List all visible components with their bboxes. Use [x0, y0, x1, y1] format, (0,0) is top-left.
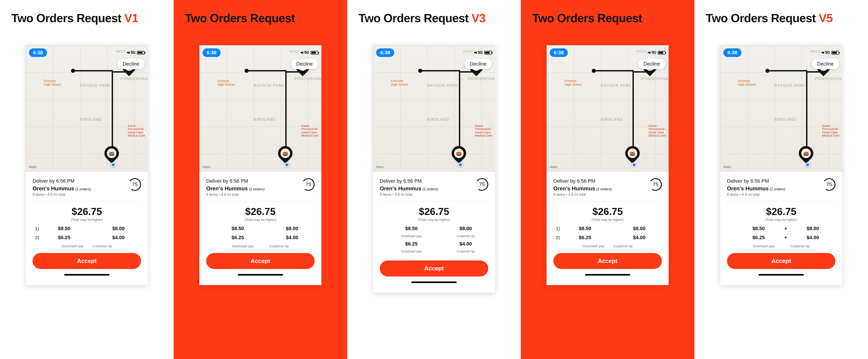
total-hint: (Total may be higher)	[553, 218, 662, 221]
title-base: Two Orders Request	[359, 11, 469, 25]
total-hint: (Total may be higher)	[33, 218, 141, 221]
items-distance-label: 8 items • 4.8 mi total	[206, 192, 315, 197]
map-neighborhood-label: PONDEROSA	[294, 77, 321, 81]
restaurant-line: Oren's Hummus (2 orders)	[380, 185, 488, 192]
status-bar: 6:38••ıı5G	[723, 49, 839, 57]
breakdown-sub-row: DoorDash payCustomer tip	[380, 249, 488, 253]
signal-icon: ••ıı	[648, 51, 650, 55]
map-neighborhood-label: BIRDLAND	[80, 118, 102, 122]
pickup-pin-icon: 👜	[622, 143, 643, 164]
deliver-by-label: Deliver by 6:56 PM	[33, 178, 141, 184]
map-neighborhood-label: BIRDLAND	[427, 118, 449, 122]
variant-title: Two Orders Request V1	[11, 11, 162, 25]
customer-tip-value: $8.00	[459, 226, 472, 232]
breakdown-legend: DoorDash payCustomer tip	[553, 244, 662, 248]
title-version: V5	[819, 11, 833, 25]
route-segment	[459, 71, 460, 150]
plus-separator: +	[784, 226, 787, 232]
total-amount: $26.75	[553, 206, 662, 217]
breakdown-row: 1)$8.50+$8.00	[380, 226, 488, 232]
accept-button[interactable]: Accept	[380, 261, 488, 276]
home-indicator	[758, 274, 804, 276]
decline-button[interactable]: Decline	[465, 59, 492, 69]
pay-label: DoorDash pay	[62, 244, 84, 248]
total-hint: (Total may be higher)	[380, 218, 488, 221]
route-segment	[285, 71, 287, 150]
decline-button[interactable]: Decline	[812, 59, 839, 69]
map-neighborhood-label: RAYNOR PARK	[601, 84, 631, 88]
map-view: 6:38••ıı5GDeclinenyvaleRAYNOR PARKBIRDLA…	[547, 45, 669, 172]
pay-label: DoorDash pay	[583, 244, 604, 248]
items-distance-label: 8 items • 4.8 mi total	[553, 192, 662, 197]
battery-icon	[484, 51, 492, 55]
restaurant-name: Oren's Hummus	[727, 185, 769, 191]
card-header: Deliver by 6:56 PMOren's Hummus (2 order…	[380, 178, 488, 202]
pickup-pin-icon: 👜	[449, 143, 469, 164]
bag-icon: 👜	[801, 149, 811, 158]
maps-logo: Maps	[29, 165, 37, 169]
signal-icon: ••ıı	[301, 51, 303, 55]
deliver-by-label: Deliver by 6:56 PM	[380, 178, 488, 184]
acceptance-score-value: 75	[306, 182, 311, 187]
pay-label: DoorDash pay	[401, 249, 422, 253]
variant-panel: Two Orders Request V36:38••ıı5GDeclineny…	[347, 0, 521, 359]
deliver-by-label: Deliver by 6:56 PM	[727, 178, 835, 184]
title-version: V3	[471, 11, 486, 25]
tip-label: Customer tip	[790, 244, 809, 248]
battery-icon	[311, 51, 318, 55]
map-view: 6:38••ıı5GDeclinenyvaleRAYNOR PARKBIRDLA…	[26, 45, 148, 172]
route-segment	[768, 70, 807, 71]
decline-button[interactable]: Decline	[291, 59, 318, 69]
bag-icon: 👜	[454, 149, 464, 158]
doordash-pay-value: $6.25	[752, 235, 765, 241]
total-hint: (Total may be higher)	[727, 218, 835, 221]
map-neighborhood-label: RAYNOR PARK	[80, 84, 111, 88]
card-header: Deliver by 6:56 PMOren's Hummus (2 order…	[33, 178, 141, 202]
map-neighborhood-label: BIRDLAND	[601, 118, 623, 122]
route-segment	[594, 70, 633, 71]
order-card: Deliver by 6:56 PMOren's Hummus (2 order…	[547, 172, 669, 285]
variant-title: Two Orders Request V3	[359, 11, 509, 25]
doordash-pay-value: $8.50	[231, 226, 244, 232]
current-location-icon	[111, 162, 116, 167]
accept-button[interactable]: Accept	[33, 253, 141, 269]
accept-button[interactable]: Accept	[727, 253, 835, 269]
breakdown-row: 1)$8.50+$8.00	[33, 226, 141, 232]
map-poi-label: KaiserPermanente -Santa ClaraMedical Cen…	[649, 124, 666, 137]
status-bar: 6:38••ıı5G	[550, 49, 665, 57]
route-waypoint	[245, 69, 249, 73]
map-neighborhood-label: RAYNOR PARK	[774, 84, 805, 88]
decline-button[interactable]: Decline	[117, 59, 145, 69]
clock-pill: 6:38	[203, 49, 221, 57]
status-right: ••ıı5G	[821, 51, 839, 55]
tip-label: Customer tip	[92, 244, 112, 248]
network-label: 5G	[652, 51, 656, 55]
accept-button[interactable]: Accept	[206, 253, 315, 269]
route-waypoint	[592, 69, 596, 73]
breakdown-row: 2)$6.25+$4.00	[553, 235, 662, 241]
current-location-icon	[284, 162, 289, 167]
phone-mockup: 6:38••ıı5GDeclinenyvaleRAYNOR PARKBIRDLA…	[720, 45, 842, 285]
bag-icon: 👜	[107, 149, 116, 158]
decline-button[interactable]: Decline	[638, 59, 665, 69]
doordash-pay-value: $8.50	[752, 226, 765, 232]
map-poi-label: FremontHigh School	[217, 79, 235, 86]
accept-button[interactable]: Accept	[553, 253, 662, 269]
deliver-by-label: Deliver by 6:56 PM	[553, 178, 662, 184]
customer-tip-value: $4.00	[112, 235, 125, 241]
current-location-icon	[631, 162, 637, 167]
title-version: V1	[124, 11, 138, 25]
title-base: Two Orders Request	[706, 11, 816, 25]
items-distance-label: 8 items • 4.8 mi total	[380, 192, 488, 197]
bag-icon: 👜	[628, 149, 637, 158]
orders-count: (2 orders)	[596, 187, 612, 191]
pickup-pin-icon: 👜	[796, 143, 816, 164]
maps-logo: Maps	[376, 165, 384, 169]
orders-count: (2 orders)	[75, 187, 91, 191]
pay-breakdown: 1)$8.50+$8.002)$6.25+$4.00	[727, 226, 835, 241]
map-view: 6:38••ıı5GDeclinenyvaleRAYNOR PARKBIRDLA…	[373, 45, 495, 172]
map-neighborhood-label: PONDEROSA	[121, 77, 148, 81]
total-amount: $26.75	[380, 206, 488, 217]
breakdown-row: 1)$8.50+$8.00	[206, 226, 315, 232]
title-version: V2	[298, 11, 312, 25]
